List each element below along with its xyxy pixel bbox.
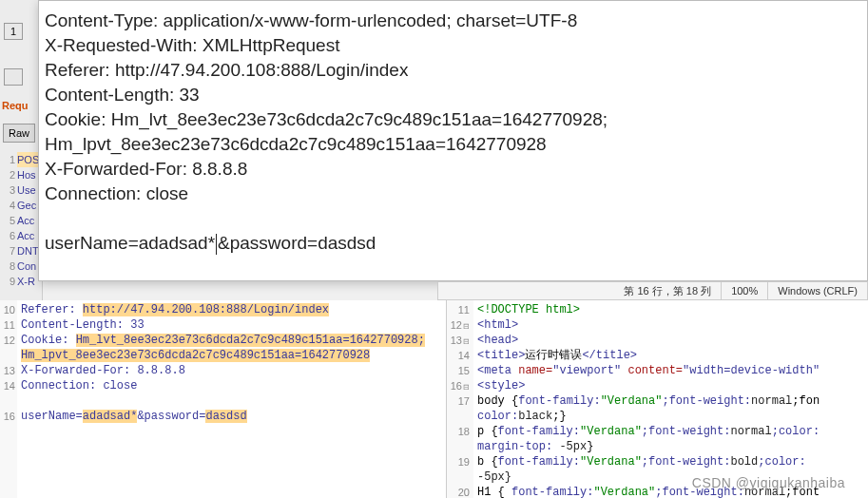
request-header-line: X-Requested-With: XMLHttpRequest <box>45 33 861 58</box>
request-header-line: Content-Length: 33 <box>45 83 861 107</box>
partial-button[interactable] <box>4 68 23 86</box>
request-header-line: Connection: close <box>45 182 861 206</box>
tab-button-1[interactable]: 1 <box>4 23 23 40</box>
request-header-line: Cookie: Hm_lvt_8ee3ec23e73c6dcda2c7c9c48… <box>45 107 861 132</box>
watermark: CSDN @yiqiqukanhaiba <box>692 475 845 490</box>
request-label: Requ <box>2 100 29 111</box>
bottom-split: 10 11 12 13 14 16 Referer: http://47.94.… <box>0 300 868 498</box>
notepad-text-area[interactable]: Content-Type: application/x-www-form-url… <box>38 0 868 281</box>
status-zoom: 100% <box>721 282 767 299</box>
notepad-statusbar: 第 16 行，第 18 列 100% Windows (CRLF) <box>437 281 868 300</box>
response-panel[interactable]: 11 12 13 14 15 16 17 18 19 20 <!DOCTYPE … <box>447 300 868 498</box>
background-gutter: 1 2 3 4 5 6 7 8 9 <box>2 152 15 289</box>
status-crlf: Windows (CRLF) <box>767 282 867 299</box>
request-header-line: X-Forwarded-For: 8.8.8.8 <box>45 157 861 182</box>
request-code[interactable]: Referer: http://47.94.200.108:888/Login/… <box>17 300 446 498</box>
blank-line <box>45 206 861 231</box>
request-header-line: Referer: http://47.94.200.108:888/Login/… <box>45 58 861 83</box>
request-header-line: Content-Type: application/x-www-form-url… <box>45 9 861 33</box>
request-body-line: userName=adadsad*&password=dasdsd <box>45 231 861 256</box>
request-panel[interactable]: 10 11 12 13 14 16 Referer: http://47.94.… <box>0 300 447 498</box>
text-caret <box>216 234 217 255</box>
raw-tab-button[interactable]: Raw <box>3 124 35 143</box>
response-gutter: 11 12 13 14 15 16 17 18 19 20 <box>447 300 473 498</box>
request-header-line: Hm_lpvt_8ee3ec23e73c6dcda2c7c9c489c151aa… <box>45 132 861 157</box>
status-position: 第 16 行，第 18 列 <box>438 282 721 299</box>
response-code[interactable]: <!DOCTYPE html> <html> <head> <title>运行时… <box>473 300 868 498</box>
request-gutter: 10 11 12 13 14 16 <box>0 300 17 498</box>
